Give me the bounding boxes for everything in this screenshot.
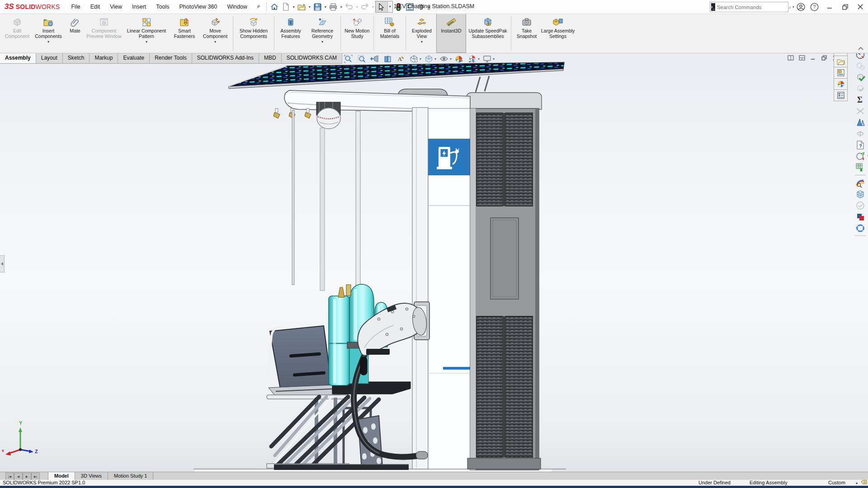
window-tile-icon[interactable]	[799, 55, 810, 61]
display-style-dropdown[interactable]: ▾	[434, 57, 436, 61]
draft-analysis-icon[interactable]	[854, 117, 866, 128]
first-tab-button[interactable]: |◀	[5, 473, 14, 480]
menu-view[interactable]: View	[105, 0, 127, 14]
appearance-curvature-icon[interactable]	[854, 177, 866, 188]
account-icon[interactable]	[794, 0, 807, 14]
ribbon-take-snapshot[interactable]: Take Snapshot	[513, 14, 541, 53]
help-icon[interactable]: ?	[807, 0, 821, 14]
menu-insert[interactable]: Insert	[127, 0, 151, 14]
tags-icon[interactable]	[861, 480, 867, 485]
linear-component-pattern-dropdown[interactable]: ▾	[146, 40, 147, 44]
pin-menu-icon[interactable]	[255, 4, 261, 10]
hide-show-items-icon[interactable]	[439, 55, 448, 62]
doc-minimize-icon[interactable]	[810, 55, 821, 61]
view-orientation-dropdown[interactable]: ▾	[420, 57, 421, 61]
hide-show-items-dropdown[interactable]: ▾	[450, 57, 452, 61]
print-button[interactable]	[328, 1, 339, 12]
tab-solidworks-add-ins[interactable]: SOLIDWORKS Add-Ins	[192, 53, 259, 63]
solar-panel[interactable]	[229, 62, 564, 89]
graphics-viewport[interactable]: Y x Z Assembly Layout Sketch Markup Eval…	[0, 53, 868, 472]
deviation-analysis-icon[interactable]: ▾	[854, 150, 866, 162]
ribbon-exploded-view[interactable]: Exploded View ▾	[407, 14, 436, 53]
file-explorer-tab[interactable]	[834, 56, 848, 67]
tab-render-tools[interactable]: Render Tools	[150, 53, 192, 63]
tab-assembly[interactable]: Assembly	[0, 53, 36, 63]
apply-scene-dropdown[interactable]: ▾	[478, 57, 480, 61]
grid-system-icon[interactable]	[854, 188, 866, 200]
ribbon-smart-fasteners[interactable]: Smart Fasteners	[170, 14, 199, 53]
next-tab-button[interactable]: ▶	[23, 473, 31, 480]
tab-markup[interactable]: Markup	[90, 53, 118, 63]
menu-tools[interactable]: Tools	[151, 0, 174, 14]
previous-view-icon[interactable]	[370, 55, 379, 63]
tab-layout[interactable]: Layout	[36, 53, 63, 63]
window-pane-icon[interactable]	[788, 55, 799, 61]
ribbon-show-hidden-components[interactable]: Show Hidden Components	[235, 14, 273, 53]
minimize-button[interactable]	[822, 0, 837, 14]
ribbon-collapse-chevron[interactable]	[858, 47, 863, 50]
configuration-caret-icon[interactable]: ▴	[856, 480, 858, 486]
menu-photoview-360[interactable]: PhotoView 360	[175, 0, 222, 14]
prev-tab-button[interactable]: ◀	[14, 473, 23, 480]
new-document-dropdown[interactable]: ▾	[292, 5, 296, 9]
configuration-label[interactable]: Custom	[828, 480, 845, 486]
ev-charging-sign[interactable]	[428, 139, 471, 175]
dome-camera[interactable]	[316, 102, 340, 291]
view-palette-tab[interactable]	[834, 67, 848, 79]
save-dropdown[interactable]: ▾	[323, 5, 328, 9]
section-view-icon[interactable]	[383, 55, 392, 63]
import-diagnostics-icon[interactable]: ?	[854, 139, 866, 150]
tab-motion-study-1[interactable]: Motion Study 1	[108, 472, 153, 480]
tab-solidworks-cam[interactable]: SOLIDWORKS CAM	[282, 53, 342, 63]
ribbon-linear-component-pattern[interactable]: Linear Component Pattern ▾	[123, 14, 170, 53]
ribbon-assembly-features[interactable]: Assembly Features	[276, 14, 306, 53]
ribbon-reference-geometry[interactable]: Reference Geometry ▾	[306, 14, 339, 53]
new-document-button[interactable]	[280, 1, 292, 12]
doc-restore-icon[interactable]	[821, 55, 833, 61]
search-icon[interactable]: ⌕	[788, 4, 792, 10]
feature-manager-collapsed-tab[interactable]	[0, 255, 5, 272]
view-settings-dropdown[interactable]: ▾	[493, 57, 495, 61]
ribbon-insert-components[interactable]: Insert Components ▾	[32, 14, 65, 53]
zoom-to-fit-icon[interactable]	[344, 55, 353, 63]
save-button[interactable]	[312, 1, 323, 12]
equations-icon[interactable]: Σ	[854, 94, 866, 105]
menu-edit[interactable]: Edit	[85, 0, 105, 14]
zoom-to-area-icon[interactable]	[357, 55, 366, 63]
menu-file[interactable]: File	[66, 0, 85, 14]
appearances-scenes-tab[interactable]	[834, 78, 848, 90]
tab-3d-views[interactable]: 3D Views	[75, 472, 108, 480]
insert-components-dropdown[interactable]: ▾	[47, 40, 49, 44]
tab-evaluate[interactable]: Evaluate	[118, 53, 150, 63]
cabinet-top-trim[interactable]	[467, 93, 542, 109]
close-button[interactable]	[853, 0, 868, 14]
view-settings-icon[interactable]	[483, 55, 491, 63]
export-table-icon[interactable]	[854, 162, 866, 173]
edit-appearance-icon[interactable]	[455, 55, 463, 63]
print-dropdown[interactable]: ▾	[339, 5, 344, 9]
ribbon-bill-of-materials[interactable]: Bill of Materials	[375, 14, 404, 53]
select-dropdown[interactable]: ▾	[387, 1, 392, 12]
restore-button[interactable]	[837, 0, 853, 14]
open-dropdown[interactable]: ▾	[307, 5, 312, 9]
display-style-icon[interactable]	[425, 55, 433, 63]
view-orientation-icon[interactable]	[410, 55, 418, 63]
power-cabinet[interactable]	[467, 108, 541, 470]
ribbon-update-speedpak[interactable]: Update SpeedPak Subassemblies	[466, 14, 509, 53]
ribbon-large-assembly-settings[interactable]: Large Assembly Settings	[541, 14, 575, 53]
last-tab-button[interactable]: ▶|	[31, 473, 40, 480]
search-input[interactable]	[715, 5, 788, 10]
custom-properties-tab[interactable]	[834, 89, 848, 101]
search-commands-box[interactable]: ›_ ⌕ ▾	[710, 2, 788, 12]
reference-geometry-dropdown[interactable]: ▾	[321, 40, 323, 44]
ribbon-mate[interactable]: Mate	[65, 14, 85, 53]
sustainability-icon[interactable]	[854, 222, 866, 234]
select-arrow-button[interactable]	[376, 1, 387, 12]
exploded-view-dropdown[interactable]: ▾	[421, 40, 423, 44]
tab-sketch[interactable]: Sketch	[63, 53, 90, 63]
ribbon-instant3d[interactable]: Instant3D	[436, 14, 466, 53]
home-button[interactable]	[269, 1, 280, 12]
move-component-dropdown[interactable]: ▾	[214, 40, 216, 44]
ribbon-move-component[interactable]: Move Component ▾	[199, 14, 231, 53]
open-button[interactable]	[296, 1, 307, 12]
